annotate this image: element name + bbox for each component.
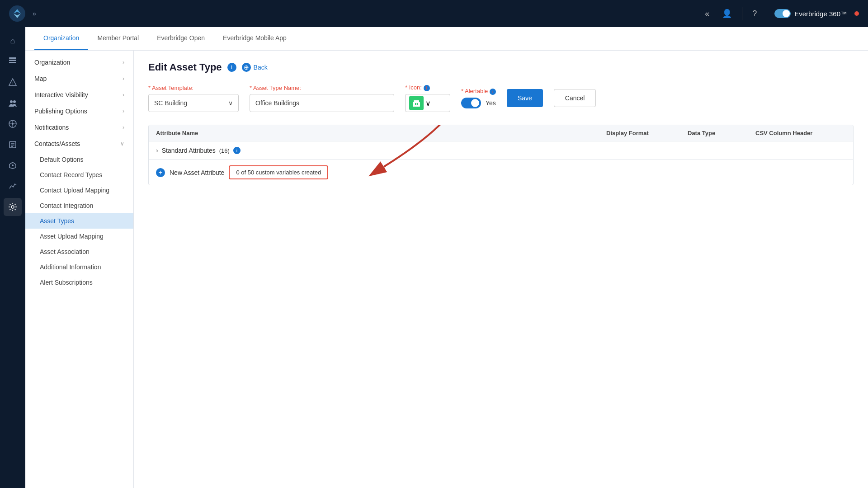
icon-select-chevron: ∨: [425, 99, 431, 108]
sidebar-collapse-btn[interactable]: »: [31, 8, 38, 19]
everbridge-logo: [9, 5, 25, 22]
nav-item-map[interactable]: Map ›: [25, 70, 133, 87]
secondary-sidebar: Organization › Map › Interactive Visibil…: [25, 51, 134, 488]
divider: [742, 7, 742, 20]
chevron-right-icon: ›: [123, 108, 124, 114]
nav-item-organization[interactable]: Organization ›: [25, 54, 133, 70]
svg-rect-2: [9, 62, 16, 63]
asset-type-name-group: * Asset Type Name:: [250, 84, 394, 112]
divider2: [767, 7, 767, 20]
help-icon[interactable]: ?: [750, 6, 760, 21]
svg-point-0: [9, 5, 25, 22]
col-attribute-name: Attribute Name: [156, 130, 606, 136]
nav-sub-asset-association[interactable]: Asset Association: [25, 244, 133, 259]
nav-sub-alert-subscriptions[interactable]: Alert Subscriptions: [25, 275, 133, 290]
asset-template-label: * Asset Template:: [148, 84, 239, 91]
new-asset-attribute-row: + New Asset Attribute 0 of 50 custom var…: [149, 160, 853, 185]
alertable-toggle-row: Yes: [461, 98, 496, 108]
nav-sub-asset-types[interactable]: Asset Types: [25, 213, 133, 229]
svg-rect-20: [414, 100, 419, 103]
top-tabs: Organization Member Portal Everbridge Op…: [25, 27, 868, 51]
asset-type-name-input[interactable]: [250, 94, 394, 112]
nav-sub-additional-information[interactable]: Additional Information: [25, 259, 133, 275]
col-csv-column-header: CSV Column Header: [755, 130, 846, 136]
sidebar-icon-settings[interactable]: [4, 198, 22, 216]
save-button[interactable]: Save: [507, 89, 543, 107]
double-chevron-icon[interactable]: «: [702, 6, 712, 21]
custom-vars-badge: 0 of 50 custom variables created: [229, 165, 328, 179]
svg-text:!: !: [12, 81, 14, 85]
tab-organization[interactable]: Organization: [34, 27, 88, 50]
icon-select[interactable]: ∨: [405, 94, 450, 112]
icon-preview: [409, 96, 424, 110]
nav-sub-contact-upload-mapping[interactable]: Contact Upload Mapping: [25, 183, 133, 198]
sidebar-icon-location[interactable]: [4, 115, 22, 133]
svg-rect-1: [9, 60, 16, 61]
chevron-right-icon: ›: [123, 59, 124, 66]
nav-sub-contact-integration[interactable]: Contact Integration: [25, 198, 133, 213]
add-attribute-button[interactable]: +: [156, 168, 165, 177]
asset-type-name-label: * Asset Type Name:: [250, 84, 394, 91]
svg-point-18: [11, 206, 14, 208]
standard-attributes-row: › Standard Attributes (16) i: [149, 141, 853, 160]
icon-group: * Icon: i ∨: [405, 84, 450, 112]
alertable-group: * Alertable i Yes: [461, 88, 496, 108]
col-data-type: Data Type: [688, 130, 755, 136]
alertable-label: * Alertable i: [461, 88, 496, 95]
icon-sidebar: ⌂ !: [0, 27, 25, 488]
icon-label: * Icon: i: [405, 84, 450, 91]
std-attrs-label: Standard Attributes: [162, 147, 216, 154]
user-icon[interactable]: 👤: [719, 6, 735, 21]
cancel-button[interactable]: Cancel: [554, 89, 596, 107]
topbar: » « 👤 ? Everbridge 360™: [0, 0, 868, 27]
nav-item-notifications[interactable]: Notifications ›: [25, 119, 133, 136]
chevron-right-icon: ›: [123, 92, 124, 98]
nav-sub-default-options[interactable]: Default Options: [25, 152, 133, 167]
new-attr-label: New Asset Attribute: [170, 169, 224, 176]
sidebar-icon-analytics[interactable]: [4, 177, 22, 195]
nav-item-interactive-visibility[interactable]: Interactive Visibility ›: [25, 87, 133, 103]
select-chevron-icon: ∨: [228, 99, 233, 107]
alertable-info-icon[interactable]: i: [490, 89, 496, 95]
alertable-yes-label: Yes: [486, 99, 496, 107]
svg-rect-12: [9, 141, 16, 148]
tab-mobile-app[interactable]: Everbridge Mobile App: [214, 27, 296, 50]
sidebar-icon-alert[interactable]: !: [4, 73, 22, 91]
sidebar-icon-home[interactable]: ⌂: [4, 32, 22, 50]
everbridge-360-label: Everbridge 360™: [774, 9, 847, 18]
sidebar-icon-reports[interactable]: [4, 136, 22, 154]
back-plus-icon: ⊕: [242, 63, 251, 72]
page-header: Edit Asset Type i ⊕ Back: [148, 61, 854, 73]
chevron-right-icon: ›: [123, 75, 124, 82]
tab-everbridge-open[interactable]: Everbridge Open: [148, 27, 214, 50]
svg-point-17: [12, 164, 14, 166]
nav-sub-contact-record-types[interactable]: Contact Record Types: [25, 167, 133, 183]
chevron-down-icon: ∨: [120, 141, 124, 147]
std-attrs-info-icon[interactable]: i: [233, 147, 241, 154]
form-row: * Asset Template: SC Building ∨ * Asset …: [148, 84, 854, 112]
icon-info-icon[interactable]: i: [424, 85, 430, 91]
back-button[interactable]: ⊕ Back: [242, 63, 268, 72]
sidebar-icon-layers[interactable]: [4, 52, 22, 70]
nav-item-contacts-assets[interactable]: Contacts/Assets ∨: [25, 136, 133, 152]
nav-item-publishing-options[interactable]: Publishing Options ›: [25, 103, 133, 119]
col-display-format: Display Format: [606, 130, 688, 136]
chevron-right-icon: ›: [123, 124, 124, 131]
page-title: Edit Asset Type: [148, 61, 222, 73]
std-attrs-count: (16): [219, 147, 230, 154]
table-header: Attribute Name Display Format Data Type …: [149, 125, 853, 141]
expand-icon[interactable]: ›: [156, 147, 158, 154]
sidebar-icon-contacts[interactable]: [4, 94, 22, 112]
help-info-icon[interactable]: i: [227, 63, 236, 72]
svg-point-7: [13, 100, 16, 103]
attribute-table: Attribute Name Display Format Data Type …: [148, 125, 854, 185]
svg-point-6: [10, 100, 13, 103]
svg-rect-22: [417, 103, 418, 105]
alertable-toggle[interactable]: [461, 98, 481, 108]
asset-template-group: * Asset Template: SC Building ∨: [148, 84, 239, 112]
sidebar-icon-automation[interactable]: [4, 156, 22, 174]
tab-member-portal[interactable]: Member Portal: [88, 27, 148, 50]
360-toggle[interactable]: [774, 9, 791, 18]
nav-sub-asset-upload-mapping[interactable]: Asset Upload Mapping: [25, 229, 133, 244]
asset-template-select[interactable]: SC Building ∨: [148, 94, 239, 112]
